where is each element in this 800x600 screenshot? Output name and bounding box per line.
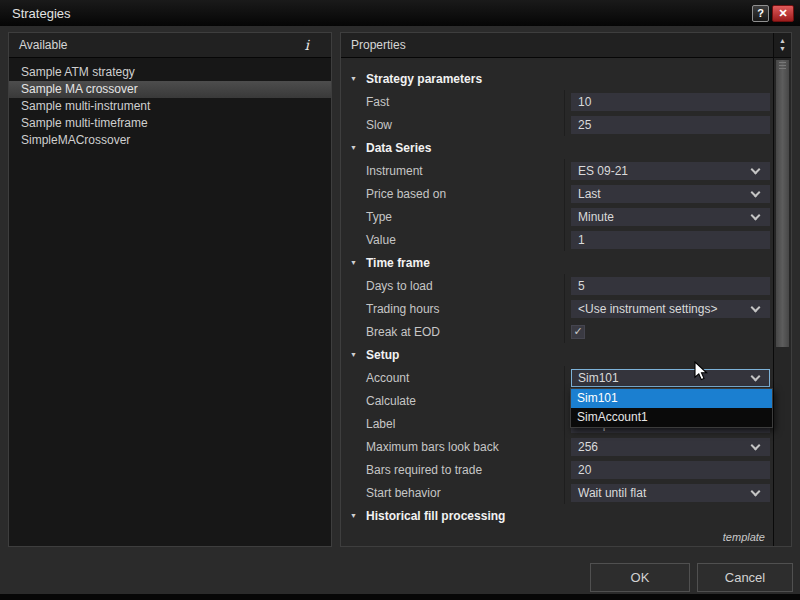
section-title: Data Series <box>366 141 431 155</box>
price-based-on-select[interactable]: Last <box>571 185 770 203</box>
section-title: Time frame <box>366 256 430 270</box>
days-to-load-label: Days to load <box>341 274 565 297</box>
row-fast: Fast <box>341 90 773 113</box>
start-behavior-label: Start behavior <box>341 481 565 504</box>
section-setup[interactable]: ▼ Setup <box>341 343 773 366</box>
price-based-on-label: Price based on <box>341 182 565 205</box>
account-select[interactable]: Sim101 <box>571 369 770 387</box>
row-break-at-eod: Break at EOD ✓ <box>341 320 773 343</box>
instrument-select[interactable]: ES 09-21 <box>571 162 770 180</box>
instrument-value: ES 09-21 <box>578 164 628 178</box>
collapse-triangle-icon: ▼ <box>350 351 366 358</box>
collapse-triangle-icon: ▼ <box>350 75 366 82</box>
chevron-down-icon <box>751 187 761 197</box>
checkmark-icon: ✓ <box>573 325 582 338</box>
start-behavior-select[interactable]: Wait until flat <box>571 484 770 502</box>
list-item-sample-atm-strategy[interactable]: Sample ATM strategy <box>9 64 331 81</box>
help-button[interactable]: ? <box>752 5 769 22</box>
price-based-on-value: Last <box>578 187 601 201</box>
close-icon: ✕ <box>778 7 787 20</box>
start-behavior-value: Wait until flat <box>578 486 646 500</box>
section-data-series[interactable]: ▼ Data Series <box>341 136 773 159</box>
scroll-down-icon[interactable]: ▼ <box>779 46 786 52</box>
account-label: Account <box>341 366 565 389</box>
template-row: template <box>341 527 773 547</box>
available-header-label: Available <box>19 38 67 52</box>
row-slow: Slow <box>341 113 773 136</box>
maximum-bars-select[interactable]: 256 <box>571 438 770 456</box>
type-value: Minute <box>578 210 614 224</box>
section-historical-fill-processing[interactable]: ▼ Historical fill processing <box>341 504 773 527</box>
collapse-triangle-icon: ▼ <box>350 144 366 151</box>
maximum-bars-label: Maximum bars look back <box>341 435 565 458</box>
trading-hours-value: <Use instrument settings> <box>578 302 717 316</box>
row-start-behavior: Start behavior Wait until flat <box>341 481 773 504</box>
list-item-sample-ma-crossover[interactable]: Sample MA crossover <box>9 81 331 98</box>
section-time-frame[interactable]: ▼ Time frame <box>341 251 773 274</box>
properties-content: ▼ Strategy parameters Fast Slow ▼ Data S… <box>341 59 773 546</box>
row-maximum-bars-look-back: Maximum bars look back 256 <box>341 435 773 458</box>
properties-header: Properties <box>341 33 773 58</box>
list-item-sample-multi-instrument[interactable]: Sample multi-instrument <box>9 98 331 115</box>
row-account: Account Sim101 Sim101 SimAccount1 <box>341 366 773 389</box>
type-label: Type <box>341 205 565 228</box>
account-dropdown-popup: Sim101 SimAccount1 <box>570 388 773 428</box>
break-at-eod-label: Break at EOD <box>341 320 565 343</box>
chevron-down-icon <box>751 486 761 496</box>
row-trading-hours: Trading hours <Use instrument settings> <box>341 297 773 320</box>
strategy-list: Sample ATM strategy Sample MA crossover … <box>9 58 331 149</box>
properties-panel: Properties ▼ Strategy parameters Fast Sl… <box>340 32 792 547</box>
list-item-simplemacrossover[interactable]: SimpleMACrossover <box>9 132 331 149</box>
close-button[interactable]: ✕ <box>772 5 794 22</box>
dropdown-option-simaccount1[interactable]: SimAccount1 <box>571 408 772 427</box>
template-link[interactable]: template <box>723 531 765 543</box>
days-to-load-input[interactable] <box>571 277 770 295</box>
chevron-down-icon <box>751 210 761 220</box>
question-icon: ? <box>757 7 764 19</box>
value-input[interactable] <box>571 231 770 249</box>
row-days-to-load: Days to load <box>341 274 773 297</box>
strategies-dialog: Strategies ? ✕ Available i Sample ATM st… <box>0 0 800 600</box>
chevron-down-icon <box>751 371 761 381</box>
scrollbar-thumb[interactable] <box>776 60 789 347</box>
instrument-label: Instrument <box>341 159 565 182</box>
row-type: Type Minute <box>341 205 773 228</box>
dropdown-option-sim101[interactable]: Sim101 <box>571 389 772 408</box>
row-value: Value <box>341 228 773 251</box>
chevron-down-icon <box>751 302 761 312</box>
trading-hours-label: Trading hours <box>341 297 565 320</box>
window-bottom-edge <box>0 594 800 600</box>
scrollbar[interactable]: ▲ ▼ <box>773 33 791 546</box>
slow-input[interactable] <box>571 116 770 134</box>
info-icon[interactable]: i <box>305 37 309 53</box>
bars-required-input[interactable] <box>571 461 770 479</box>
calculate-label: Calculate <box>341 389 565 412</box>
type-select[interactable]: Minute <box>571 208 770 226</box>
section-title: Historical fill processing <box>366 509 505 523</box>
titlebar-buttons: ? ✕ <box>752 5 794 22</box>
row-price-based-on: Price based on Last <box>341 182 773 205</box>
account-value: Sim101 <box>578 371 619 385</box>
title-bar[interactable]: Strategies ? ✕ <box>0 0 800 26</box>
bars-required-label: Bars required to trade <box>341 458 565 481</box>
fast-input[interactable] <box>571 93 770 111</box>
chevron-down-icon <box>751 440 761 450</box>
section-strategy-parameters[interactable]: ▼ Strategy parameters <box>341 67 773 90</box>
break-at-eod-checkbox[interactable]: ✓ <box>571 325 585 339</box>
value-label: Value <box>341 228 565 251</box>
trading-hours-select[interactable]: <Use instrument settings> <box>571 300 770 318</box>
collapse-triangle-icon: ▼ <box>350 512 366 519</box>
available-header: Available i <box>9 33 331 58</box>
row-instrument: Instrument ES 09-21 <box>341 159 773 182</box>
list-item-sample-multi-timeframe[interactable]: Sample multi-timeframe <box>9 115 331 132</box>
maximum-bars-value: 256 <box>578 440 598 454</box>
ok-button[interactable]: OK <box>590 563 690 592</box>
available-panel: Available i Sample ATM strategy Sample M… <box>8 32 332 547</box>
scrollbar-arrows: ▲ ▼ <box>774 33 791 58</box>
fast-label: Fast <box>341 90 565 113</box>
section-title: Strategy parameters <box>366 72 482 86</box>
scroll-up-icon[interactable]: ▲ <box>779 38 786 44</box>
slow-label: Slow <box>341 113 565 136</box>
label-label: Label <box>341 412 565 435</box>
cancel-button[interactable]: Cancel <box>697 563 793 592</box>
